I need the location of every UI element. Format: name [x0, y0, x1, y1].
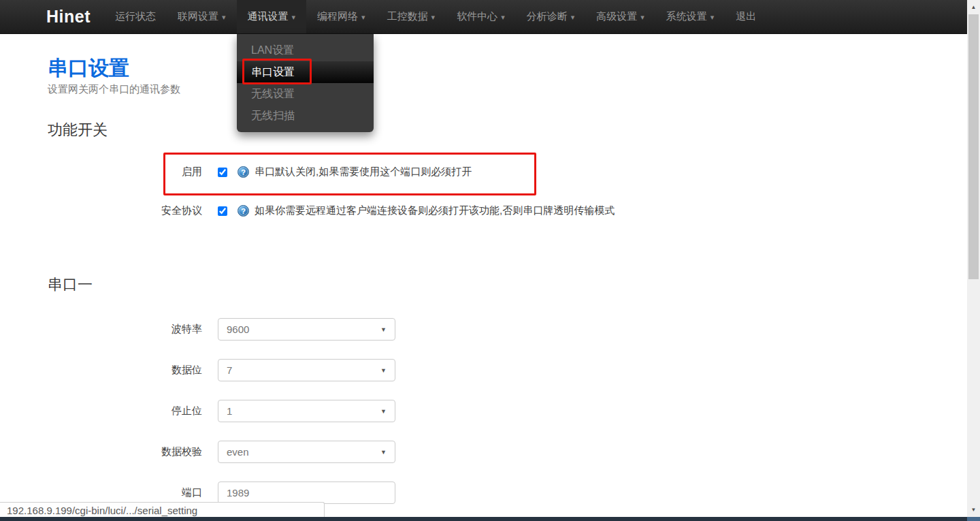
data-bits-row: 数据位 7 ▼ [0, 359, 395, 381]
nav-item-software-center[interactable]: 软件中心 ▾ [446, 0, 516, 33]
nav-label: 退出 [736, 10, 756, 23]
chevron-down-icon: ▾ [640, 13, 644, 22]
dropdown-item-wireless-scan[interactable]: 无线扫描 [237, 105, 374, 127]
select-caret-icon: ▼ [380, 367, 387, 374]
baud-rate-select[interactable]: 9600 ▼ [218, 318, 395, 341]
select-value: 1 [227, 405, 232, 417]
dropdown-item-lan-settings[interactable]: LAN设置 [237, 40, 374, 61]
parity-row: 数据校验 even ▼ [0, 441, 395, 463]
nav-item-analysis-diagnosis[interactable]: 分析诊断 ▾ [516, 0, 586, 33]
nav-label: 运行状态 [115, 10, 156, 23]
data-bits-select[interactable]: 7 ▼ [218, 359, 395, 381]
chevron-down-icon: ▾ [501, 13, 505, 22]
section-heading-function-switches: 功能开关 [48, 120, 108, 140]
select-value: 7 [227, 364, 232, 376]
secure-protocol-checkbox[interactable] [218, 206, 227, 216]
enable-help-text: 串口默认关闭,如果需要使用这个端口则必须打开 [255, 165, 472, 178]
nav-label: 系统设置 [666, 10, 707, 23]
chevron-down-icon: ▾ [571, 13, 575, 22]
help-icon[interactable]: ? [238, 166, 249, 178]
select-caret-icon: ▼ [380, 449, 387, 456]
select-value: 9600 [227, 323, 249, 335]
nav-label: 分析诊断 [527, 10, 568, 23]
scroll-down-button[interactable]: ▼ [967, 504, 980, 516]
main-nav: 运行状态 联网设置 ▾ 通讯设置 ▾ 编程网络 ▾ 工控数据 ▾ 软件中心 ▾ [104, 0, 767, 33]
data-bits-label: 数据位 [0, 364, 202, 377]
scroll-down-icon: ▼ [971, 507, 977, 513]
stop-bits-label: 停止位 [0, 405, 202, 417]
nav-label: 高级设置 [596, 10, 637, 23]
nav-label: 通讯设置 [248, 10, 289, 23]
nav-label: 软件中心 [457, 10, 497, 23]
select-caret-icon: ▼ [380, 326, 387, 333]
parity-select[interactable]: even ▼ [218, 441, 395, 463]
enable-row: 启用 ? 串口默认关闭,如果需要使用这个端口则必须打开 [0, 165, 472, 178]
dropdown-item-wireless-settings[interactable]: 无线设置 [237, 83, 374, 105]
bottom-edge-bar [0, 517, 980, 521]
select-caret-icon: ▼ [380, 408, 387, 415]
secure-protocol-help-text: 如果你需要远程通过客户端连接设备则必须打开该功能,否则串口牌透明传输模式 [255, 204, 615, 217]
chevron-down-icon: ▾ [292, 13, 296, 22]
top-navbar: Hinet 运行状态 联网设置 ▾ 通讯设置 ▾ 编程网络 ▾ 工控数据 ▾ [0, 0, 967, 34]
page-subtitle: 设置网关两个串口的通讯参数 [48, 83, 180, 96]
dropdown-item-serial-settings[interactable]: 串口设置 [237, 61, 374, 83]
nav-item-network-settings[interactable]: 联网设置 ▾ [167, 0, 237, 33]
bottom-edge-bar-right [967, 517, 980, 521]
nav-label: 联网设置 [178, 10, 218, 23]
question-mark-glyph: ? [241, 168, 246, 176]
question-mark-glyph: ? [241, 207, 246, 215]
chevron-down-icon: ▾ [431, 13, 436, 22]
nav-item-comm-settings[interactable]: 通讯设置 ▾ [237, 0, 307, 33]
chevron-down-icon: ▾ [222, 13, 226, 22]
port-label: 端口 [0, 486, 202, 499]
nav-item-system-settings[interactable]: 系统设置 ▾ [655, 0, 725, 33]
nav-item-advanced-settings[interactable]: 高级设置 ▾ [585, 0, 655, 33]
chevron-down-icon: ▾ [361, 13, 365, 22]
vertical-scrollbar[interactable]: ▲ ▼ [967, 0, 980, 517]
baud-rate-row: 波特率 9600 ▼ [0, 318, 395, 341]
brand-logo[interactable]: Hinet [46, 0, 91, 33]
nav-label: 编程网络 [317, 10, 358, 23]
nav-item-run-status[interactable]: 运行状态 [104, 0, 167, 33]
nav-label: 工控数据 [387, 10, 428, 23]
scrollbar-thumb[interactable] [968, 14, 979, 279]
nav-item-programming-network[interactable]: 编程网络 ▾ [306, 0, 376, 33]
enable-checkbox[interactable] [218, 168, 227, 177]
nav-item-industrial-data[interactable]: 工控数据 ▾ [376, 0, 446, 33]
scroll-up-icon: ▲ [971, 4, 977, 10]
scroll-up-button[interactable]: ▲ [967, 1, 980, 13]
enable-label: 启用 [0, 165, 202, 178]
page-title: 串口设置 [48, 54, 129, 82]
secure-protocol-row: 安全协议 ? 如果你需要远程通过客户端连接设备则必须打开该功能,否则串口牌透明传… [0, 204, 615, 217]
status-url-tooltip: 192.168.9.199/cgi-bin/luci/.../serial_se… [0, 502, 325, 518]
select-value: even [227, 446, 249, 458]
parity-label: 数据校验 [0, 445, 202, 458]
nav-item-logout[interactable]: 退出 [725, 0, 767, 33]
chevron-down-icon: ▾ [710, 13, 715, 22]
secure-protocol-label: 安全协议 [0, 204, 202, 217]
stop-bits-row: 停止位 1 ▼ [0, 400, 395, 422]
port-input[interactable] [218, 481, 395, 504]
stop-bits-select[interactable]: 1 ▼ [218, 400, 395, 422]
port-row: 端口 [0, 481, 395, 504]
page-root: Hinet 运行状态 联网设置 ▾ 通讯设置 ▾ 编程网络 ▾ 工控数据 ▾ [0, 0, 980, 521]
section-heading-serial-port-one: 串口一 [48, 274, 93, 295]
baud-rate-label: 波特率 [0, 323, 202, 336]
comm-settings-dropdown: LAN设置 串口设置 无线设置 无线扫描 [237, 34, 374, 132]
help-icon[interactable]: ? [238, 205, 249, 217]
